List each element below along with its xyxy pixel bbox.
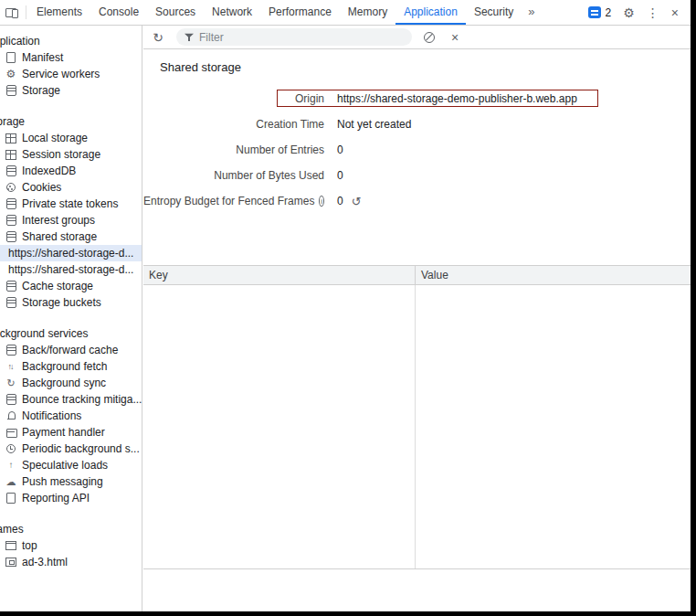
issues-icon — [588, 6, 601, 18]
topbar-actions: 2 ⚙ ⋮ × — [588, 0, 691, 25]
sync-icon — [5, 377, 17, 389]
database-icon — [5, 214, 17, 227]
filter-icon — [185, 33, 194, 42]
sidebar-item-reporting-api[interactable]: Reporting API — [0, 490, 142, 506]
page-title: Shared storage — [160, 60, 241, 74]
sidebar-section-background-services[interactable]: Background services — [0, 325, 142, 342]
tab-network[interactable]: Network — [204, 0, 260, 25]
bytes-value: 0 — [337, 169, 343, 182]
tab-console[interactable]: Console — [90, 0, 147, 25]
sidebar-item-cookies[interactable]: Cookies — [0, 179, 142, 196]
document-icon — [5, 492, 17, 504]
delete-selected-button[interactable]: × — [447, 31, 463, 44]
tab-performance[interactable]: Performance — [260, 0, 340, 25]
database-icon — [5, 344, 17, 356]
sidebar-item-top[interactable]: top — [0, 537, 142, 554]
shared-storage-content: Shared storage Origin https://shared-sto… — [143, 49, 691, 611]
sidebar-item-back-forward-cache[interactable]: Back/forward cache — [0, 342, 142, 358]
reset-budget-button[interactable]: ↺ — [352, 195, 362, 208]
table-body — [143, 285, 691, 568]
entries-label: Number of Entries — [143, 143, 324, 156]
database-icon — [5, 280, 17, 292]
sidebar-item-periodic-background-s[interactable]: Periodic background s... — [0, 441, 142, 457]
tab-application[interactable]: Application — [395, 0, 466, 25]
creation-time-label: Creation Time — [143, 118, 324, 131]
menu-button[interactable]: ⋮ — [647, 6, 659, 19]
column-header-key[interactable]: Key — [143, 266, 416, 284]
sidebar-item-interest-groups[interactable]: Interest groups — [0, 212, 142, 228]
sidebar-section-application[interactable]: Application — [0, 33, 142, 49]
sidebar-item-cache-storage[interactable]: Cache storage — [0, 278, 142, 294]
database-icon — [5, 84, 17, 97]
document-icon — [5, 51, 17, 64]
sidebar-item-manifest[interactable]: Manifest — [0, 49, 142, 66]
window-edge — [691, 0, 696, 616]
sidebar-spacer — [0, 311, 142, 325]
sidebar-item-indexeddb[interactable]: IndexedDB — [0, 163, 142, 179]
window-edge — [0, 611, 696, 616]
sidebar-item-private-state-tokens[interactable]: Private state tokens — [0, 196, 142, 212]
clear-all-button[interactable] — [421, 32, 438, 43]
sidebar-item-notifications[interactable]: Notifications — [0, 408, 142, 424]
database-icon — [5, 165, 17, 177]
sidebar-section-frames[interactable]: Frames — [0, 521, 142, 537]
settings-button[interactable]: ⚙ — [623, 6, 635, 19]
application-sidebar: Application Manifest Service workers Sto… — [0, 26, 142, 611]
sidebar-item-https-shared-storage-d[interactable]: https://shared-storage-d... — [0, 245, 142, 261]
column-header-value[interactable]: Value — [416, 266, 691, 284]
tab-memory[interactable]: Memory — [340, 0, 395, 25]
storage-toolbar: ↻ × — [143, 26, 691, 49]
clock-icon — [5, 442, 17, 455]
sidebar-item-background-sync[interactable]: Background sync — [0, 375, 142, 391]
payment-card-icon — [5, 426, 17, 439]
bytes-label: Number of Bytes Used — [143, 169, 324, 182]
sidebar-item-payment-handler[interactable]: Payment handler — [0, 424, 142, 441]
sidebar-section-storage[interactable]: Storage — [0, 113, 142, 130]
entropy-label: Entropy Budget for Fenced Frames — [143, 195, 324, 207]
sidebar-item-shared-storage[interactable]: Shared storage — [0, 228, 142, 245]
tab-strip: Elements Console Sources Network Perform… — [28, 0, 522, 25]
device-toolbar-icon — [5, 7, 18, 18]
entries-row: Number of Entries 0 — [143, 137, 691, 163]
entropy-value: 0 ↺ — [337, 195, 362, 208]
sidebar-item-local-storage[interactable]: Local storage — [0, 130, 142, 146]
iframe-icon — [5, 556, 17, 568]
more-tabs-button[interactable]: » — [522, 0, 541, 25]
sidebar-item-storage[interactable]: Storage — [0, 82, 142, 99]
tab-sources[interactable]: Sources — [147, 0, 204, 25]
sidebar-item-storage-buckets[interactable]: Storage buckets — [0, 294, 142, 311]
entries-value: 0 — [337, 143, 343, 156]
refresh-button[interactable]: ↻ — [149, 30, 167, 45]
block-icon — [424, 32, 435, 43]
sidebar-spacer — [0, 506, 142, 521]
close-devtools-button[interactable]: × — [671, 6, 679, 19]
database-icon — [5, 197, 17, 210]
origin-row: Origin https://shared-storage-demo-publi… — [143, 86, 691, 112]
tab-bar: Elements Console Sources Network Perform… — [0, 0, 691, 26]
sidebar-item-speculative-loads[interactable]: Speculative loads — [0, 457, 142, 473]
origin-value: https://shared-storage-demo-publisher-b.… — [337, 92, 577, 105]
issues-button[interactable]: 2 — [588, 6, 612, 19]
sidebar-item-session-storage[interactable]: Session storage — [0, 146, 142, 163]
metadata-report: Origin https://shared-storage-demo-publi… — [143, 86, 691, 214]
bell-icon — [5, 409, 17, 422]
database-icon — [5, 393, 17, 406]
tab-elements[interactable]: Elements — [28, 0, 90, 25]
sidebar-spacer — [0, 99, 142, 113]
sidebar-item-push-messaging[interactable]: Push messaging — [0, 473, 142, 490]
sidebar-item-https-shared-storage-d[interactable]: https://shared-storage-d... — [0, 261, 142, 278]
sidebar-item-bounce-tracking-mitiga[interactable]: Bounce tracking mitiga... — [0, 391, 142, 408]
creation-time-value: Not yet created — [337, 118, 411, 131]
sidebar-item-ad-3-html[interactable]: ad-3.html — [0, 554, 142, 570]
sidebar-item-service-workers[interactable]: Service workers — [0, 66, 142, 82]
gear-icon — [5, 68, 17, 80]
cloud-icon — [5, 475, 17, 488]
bytes-row: Number of Bytes Used 0 — [143, 163, 691, 188]
filter-input[interactable] — [199, 31, 404, 44]
sidebar-item-background-fetch[interactable]: Background fetch — [0, 358, 142, 375]
shared-storage-panel: ↻ × Shared storage Origin https://shared… — [143, 26, 691, 611]
device-toolbar-button[interactable] — [0, 0, 24, 25]
creation-time-row: Creation Time Not yet created — [143, 112, 691, 137]
tab-security[interactable]: Security — [466, 0, 522, 25]
info-icon[interactable] — [319, 196, 324, 207]
